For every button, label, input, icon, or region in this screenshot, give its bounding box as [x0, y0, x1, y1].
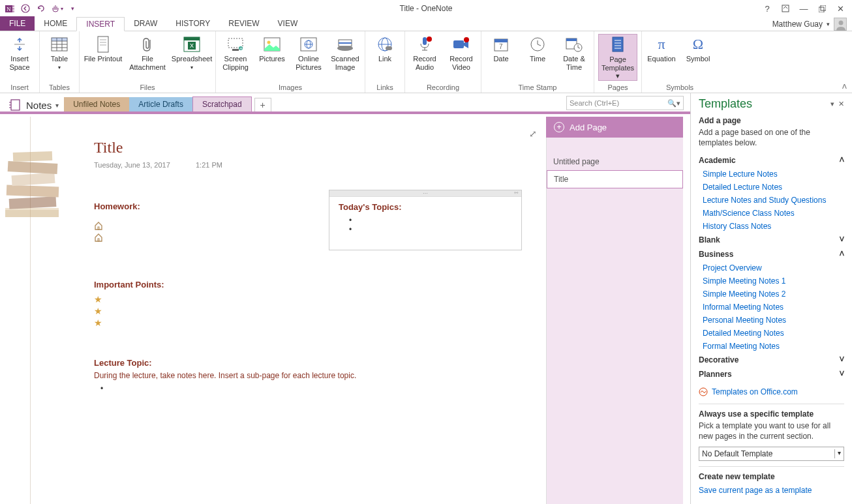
note-canvas[interactable]: ⤢ Title Tuesday, June 13, 2017 1:21 PM H…: [0, 117, 546, 504]
template-link[interactable]: Simple Meeting Notes 1: [699, 274, 844, 288]
scanned-image-button[interactable]: Scanned Image: [329, 34, 361, 71]
touch-mode-icon[interactable]: ▾: [50, 1, 64, 16]
tab-history[interactable]: HISTORY: [166, 16, 219, 31]
page-templates-icon: [607, 36, 628, 54]
section-tab-drafts[interactable]: Article Drafts: [129, 97, 192, 111]
svg-rect-47: [453, 40, 464, 48]
file-attachment-button[interactable]: File Attachment: [128, 34, 167, 71]
topics-container[interactable]: ⋯⇿ Today's Topics: ••: [329, 190, 522, 250]
pictures-button[interactable]: Pictures: [256, 34, 288, 63]
full-screen-icon[interactable]: [776, 1, 795, 16]
chevron-up-icon: ᐱ: [840, 250, 844, 259]
template-link[interactable]: Informal Meeting Notes: [699, 301, 844, 314]
date-button[interactable]: 7Date: [485, 34, 517, 63]
help-icon[interactable]: ?: [758, 1, 776, 16]
template-link[interactable]: Detailed Meeting Notes: [699, 327, 844, 340]
template-link[interactable]: Personal Meeting Notes: [699, 314, 844, 327]
important-stars: ★ ★ ★: [94, 294, 102, 328]
tab-file[interactable]: FILE: [0, 16, 35, 31]
group-pages: Pages: [598, 82, 637, 93]
star-icon: ★: [94, 318, 102, 328]
add-page-button[interactable]: + Add Page: [546, 117, 683, 138]
homework-heading[interactable]: Homework:: [94, 201, 140, 211]
page-item-untitled[interactable]: Untitled page: [547, 153, 683, 170]
template-link[interactable]: History Class Notes: [699, 220, 844, 233]
back-icon[interactable]: [18, 1, 33, 16]
tab-draw[interactable]: DRAW: [125, 16, 166, 31]
important-heading[interactable]: Important Points:: [94, 280, 164, 289]
house-icon: [94, 233, 103, 242]
screen-clipping-button[interactable]: +Screen Clipping: [220, 34, 251, 71]
qat-customize-icon[interactable]: ▾: [65, 1, 80, 16]
default-template-select[interactable]: No Default Template▾: [699, 447, 844, 461]
template-link[interactable]: Project Overview: [699, 261, 844, 274]
chevron-down-icon: ᐯ: [840, 235, 844, 245]
date-time-button[interactable]: Date & Time: [558, 34, 590, 71]
record-video-button[interactable]: Record Video: [446, 34, 477, 71]
topics-list[interactable]: ••: [339, 212, 512, 234]
screen-clipping-icon: +: [225, 35, 246, 53]
container-handle[interactable]: ⋯⇿: [329, 190, 521, 197]
chevron-down-icon: ᐯ: [840, 355, 844, 364]
note-title[interactable]: Title: [94, 139, 123, 156]
template-link[interactable]: Simple Lecture Notes: [699, 168, 844, 181]
tab-insert[interactable]: INSERT: [76, 17, 125, 31]
insert-space-button[interactable]: Insert Space: [4, 34, 35, 71]
tab-home[interactable]: HOME: [35, 16, 76, 31]
notebook-picker[interactable]: Notes ▾: [4, 98, 64, 111]
page-item-title[interactable]: Title: [547, 170, 683, 188]
notebook-name: Notes: [26, 100, 52, 111]
link-button[interactable]: Link: [369, 34, 401, 63]
expand-icon[interactable]: ⤢: [529, 128, 537, 139]
add-section-button[interactable]: +: [254, 98, 271, 111]
office-templates-link[interactable]: Templates on Office.com: [712, 385, 798, 398]
time-button[interactable]: Time: [522, 34, 553, 63]
tab-view[interactable]: VIEW: [269, 16, 307, 31]
category-academic[interactable]: Academicᐱ: [699, 153, 844, 168]
category-planners[interactable]: Plannersᐯ: [699, 367, 844, 381]
online-pictures-button[interactable]: Online Pictures: [293, 34, 324, 71]
svg-rect-43: [423, 37, 427, 45]
template-link[interactable]: Detailed Lecture Notes: [699, 181, 844, 194]
template-link[interactable]: Simple Meeting Notes 2: [699, 288, 844, 301]
template-link[interactable]: Math/Science Class Notes: [699, 207, 844, 220]
template-link[interactable]: Lecture Notes and Study Questions: [699, 194, 844, 207]
lecture-heading[interactable]: Lecture Topic:: [94, 358, 152, 368]
scanner-icon: [335, 35, 356, 53]
table-button[interactable]: Table▾: [44, 34, 75, 70]
restore-icon[interactable]: [813, 1, 831, 16]
group-links: Links: [369, 82, 401, 93]
minimize-icon[interactable]: —: [795, 1, 813, 16]
spreadsheet-button[interactable]: XSpreadsheet▾: [172, 34, 211, 70]
pane-menu-icon[interactable]: ▾: [830, 100, 834, 108]
save-template-link[interactable]: Save current page as a template: [699, 484, 844, 497]
section-tab-scratchpad[interactable]: Scratchpad: [192, 96, 252, 111]
onenote-app-icon[interactable]: N: [3, 1, 17, 16]
category-business[interactable]: Businessᐱ: [699, 247, 844, 261]
template-link[interactable]: Formal Meeting Notes: [699, 340, 844, 353]
file-printout-button[interactable]: File Printout: [84, 34, 123, 63]
category-blank[interactable]: Blankᐯ: [699, 233, 844, 247]
equation-button[interactable]: πEquation: [646, 34, 677, 63]
svg-rect-60: [613, 37, 623, 52]
category-decorative[interactable]: Decorativeᐯ: [699, 353, 844, 367]
collapse-ribbon-icon[interactable]: ᐱ: [842, 83, 847, 90]
svg-point-9: [839, 21, 844, 25]
group-symbols: Symbols: [646, 82, 714, 93]
symbol-icon: Ω: [688, 35, 708, 53]
undo-icon[interactable]: [34, 1, 48, 16]
section-tab-unfiled[interactable]: Unfiled Notes: [64, 97, 129, 111]
window-controls: ? — ✕: [758, 1, 852, 16]
lecture-bullet[interactable]: •: [100, 384, 103, 393]
search-input[interactable]: Search (Ctrl+E) 🔍▾: [566, 96, 684, 110]
lecture-body[interactable]: During the lecture, take notes here. Ins…: [94, 371, 356, 380]
page-templates-button[interactable]: Page Templates ▾: [598, 34, 637, 81]
symbol-button[interactable]: ΩSymbol: [682, 34, 714, 63]
record-audio-button[interactable]: Record Audio: [409, 34, 440, 71]
tab-review[interactable]: REVIEW: [219, 16, 268, 31]
house-icon: [94, 221, 103, 230]
topics-heading[interactable]: Today's Topics:: [339, 202, 512, 212]
close-icon[interactable]: ✕: [838, 100, 844, 108]
close-icon[interactable]: ✕: [831, 1, 849, 16]
user-box[interactable]: Matthew Guay ▾: [772, 18, 852, 31]
